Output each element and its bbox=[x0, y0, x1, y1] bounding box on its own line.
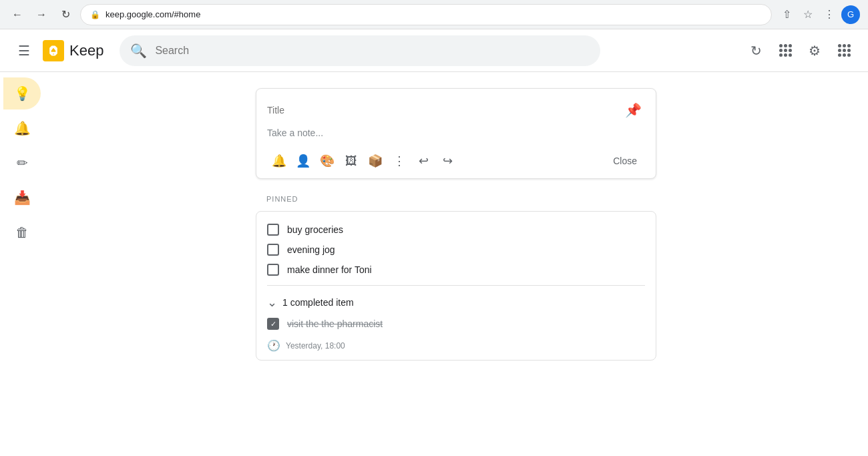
reminder-text: Yesterday, 18:00 bbox=[286, 341, 345, 351]
divider bbox=[267, 285, 645, 286]
refresh-icon: ↻ bbox=[750, 43, 762, 59]
notes-section: PINNED buy groceries evening jog make di… bbox=[256, 195, 656, 361]
sidebar-item-trash[interactable]: 🗑 bbox=[3, 216, 41, 248]
pin-icon: 📌 bbox=[625, 102, 642, 118]
completed-checkbox-1[interactable] bbox=[267, 318, 279, 330]
sidebar: 💡 🔔 ✏ 📥 🗑 bbox=[0, 72, 44, 456]
bell-icon: 🔔 bbox=[14, 120, 31, 136]
completed-item-1: visit the the pharmacist bbox=[267, 314, 645, 334]
layout-toggle-button[interactable] bbox=[772, 37, 799, 64]
pinned-section-label: PINNED bbox=[256, 195, 656, 211]
redo-icon: ↪ bbox=[443, 154, 453, 168]
share-button[interactable]: ⇧ bbox=[777, 5, 796, 24]
more-action-button[interactable]: ⋮ bbox=[387, 149, 411, 173]
note-composer: 📌 Take a note... 🔔 👤 🎨 bbox=[256, 88, 656, 179]
clock-icon: 🕐 bbox=[267, 339, 280, 352]
todo-item-1: buy groceries bbox=[267, 220, 645, 240]
grid-layout-icon bbox=[779, 44, 792, 57]
composer-body[interactable]: Take a note... bbox=[256, 128, 656, 144]
content-area: 📌 Take a note... 🔔 👤 🎨 bbox=[44, 72, 868, 456]
browser-actions: ⇧ ☆ ⋮ G bbox=[777, 5, 860, 24]
sidebar-item-archive[interactable]: 📥 bbox=[3, 182, 41, 214]
forward-button[interactable]: → bbox=[32, 5, 51, 24]
todo-text-1: buy groceries bbox=[287, 224, 343, 235]
hamburger-button[interactable]: ☰ bbox=[11, 37, 37, 64]
browser-menu-button[interactable]: ⋮ bbox=[820, 5, 839, 24]
palette-icon: 🎨 bbox=[320, 154, 335, 168]
refresh-button[interactable]: ↻ bbox=[742, 37, 769, 64]
app-container: ☰ Keep 🔍 ↻ bbox=[0, 29, 868, 456]
keep-logo-icon bbox=[43, 40, 64, 61]
top-bar: ☰ Keep 🔍 ↻ bbox=[0, 29, 868, 72]
apps-icon bbox=[838, 44, 851, 57]
sidebar-item-reminders[interactable]: 🔔 bbox=[3, 112, 41, 144]
settings-button[interactable]: ⚙ bbox=[801, 37, 828, 64]
top-bar-actions: ↻ ⚙ bbox=[742, 37, 857, 64]
collaborator-action-button[interactable]: 👤 bbox=[291, 149, 315, 173]
google-apps-button[interactable] bbox=[831, 37, 857, 64]
search-input[interactable] bbox=[155, 45, 590, 57]
pin-button[interactable]: 📌 bbox=[621, 98, 645, 122]
undo-action-button[interactable]: ↩ bbox=[411, 149, 435, 173]
composer-title-input[interactable] bbox=[267, 105, 621, 116]
note-card: buy groceries evening jog make dinner fo… bbox=[256, 211, 656, 361]
completed-toggle[interactable]: ⌄ 1 completed item bbox=[267, 291, 645, 314]
archive-action-icon: 📦 bbox=[368, 154, 383, 168]
trash-icon: 🗑 bbox=[15, 225, 29, 240]
composer-close-button[interactable]: Close bbox=[605, 150, 645, 172]
url-text: keep.google.com/#home bbox=[105, 9, 200, 19]
address-bar[interactable]: 🔒 keep.google.com/#home bbox=[80, 4, 772, 25]
todo-checkbox-2[interactable] bbox=[267, 244, 279, 256]
sidebar-item-notes[interactable]: 💡 bbox=[3, 77, 41, 109]
composer-placeholder: Take a note... bbox=[267, 128, 323, 138]
back-button[interactable]: ← bbox=[8, 5, 27, 24]
settings-icon: ⚙ bbox=[809, 43, 821, 59]
todo-item-2: evening jog bbox=[267, 240, 645, 260]
refresh-button[interactable]: ↻ bbox=[56, 5, 75, 24]
browser-chrome: ← → ↻ 🔒 keep.google.com/#home ⇧ ☆ ⋮ G bbox=[0, 0, 868, 29]
archive-icon: 📥 bbox=[14, 190, 31, 206]
redo-action-button[interactable]: ↪ bbox=[435, 149, 459, 173]
composer-title-row: 📌 bbox=[256, 89, 656, 128]
reminder-action-button[interactable]: 🔔 bbox=[267, 149, 291, 173]
reminder-action-icon: 🔔 bbox=[272, 154, 286, 168]
archive-action-button[interactable]: 📦 bbox=[363, 149, 387, 173]
completed-text-1: visit the the pharmacist bbox=[287, 318, 383, 329]
composer-actions: 🔔 👤 🎨 🖼 📦 ⋮ bbox=[256, 144, 656, 178]
image-action-button[interactable]: 🖼 bbox=[339, 149, 363, 173]
completed-count-label: 1 completed item bbox=[282, 297, 354, 308]
search-bar[interactable]: 🔍 bbox=[120, 35, 600, 66]
image-icon: 🖼 bbox=[345, 154, 357, 168]
chevron-down-icon: ⌄ bbox=[267, 295, 277, 310]
logo-area[interactable]: Keep bbox=[43, 40, 103, 61]
undo-icon: ↩ bbox=[419, 154, 429, 168]
todo-checkbox-3[interactable] bbox=[267, 264, 279, 276]
reminder-row: 🕐 Yesterday, 18:00 bbox=[267, 334, 645, 352]
app-title: Keep bbox=[69, 42, 103, 59]
lightbulb-icon: 💡 bbox=[14, 85, 31, 101]
profile-avatar[interactable]: G bbox=[841, 5, 860, 24]
todo-item-3: make dinner for Toni bbox=[267, 260, 645, 280]
sidebar-item-edit-labels[interactable]: ✏ bbox=[3, 147, 41, 179]
more-icon: ⋮ bbox=[393, 154, 405, 168]
hamburger-icon: ☰ bbox=[18, 43, 30, 59]
pencil-icon: ✏ bbox=[17, 155, 28, 171]
bookmark-button[interactable]: ☆ bbox=[799, 5, 817, 24]
todo-text-2: evening jog bbox=[287, 244, 335, 255]
palette-action-button[interactable]: 🎨 bbox=[315, 149, 339, 173]
todo-text-3: make dinner for Toni bbox=[287, 264, 372, 275]
search-icon: 🔍 bbox=[130, 43, 147, 59]
todo-checkbox-1[interactable] bbox=[267, 224, 279, 236]
lock-icon: 🔒 bbox=[90, 10, 100, 19]
keep-logo-svg bbox=[47, 44, 60, 57]
main-area: 💡 🔔 ✏ 📥 🗑 📌 bbox=[0, 72, 868, 456]
collaborator-icon: 👤 bbox=[296, 154, 310, 168]
